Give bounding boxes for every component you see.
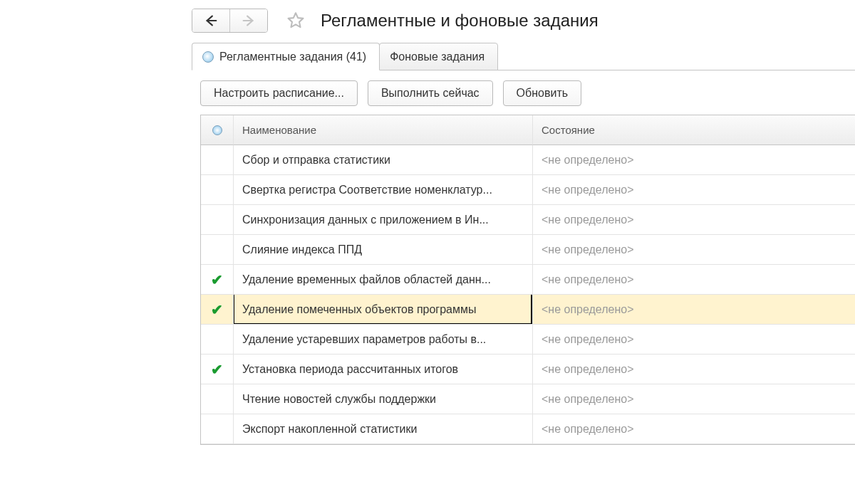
back-button[interactable]: [192, 9, 229, 32]
row-state-cell: <не определено>: [533, 265, 855, 295]
row-name-cell: Свертка регистра Соответствие номенклату…: [234, 175, 533, 205]
row-state-cell: <не определено>: [533, 295, 855, 325]
column-header-status[interactable]: [201, 115, 234, 145]
row-state-cell: <не определено>: [533, 145, 855, 175]
table-row[interactable]: ✔Удаление помеченных объектов программы<…: [201, 295, 855, 325]
row-state-cell: <не определено>: [533, 205, 855, 235]
row-state: <не определено>: [542, 214, 634, 226]
row-name: Удаление помеченных объектов программы: [242, 303, 476, 316]
row-state-cell: <не определено>: [533, 414, 855, 444]
table-row[interactable]: Чтение новостей службы поддержки<не опре…: [201, 384, 855, 414]
check-icon: ✔: [211, 361, 223, 378]
column-header-name[interactable]: Наименование: [234, 115, 533, 145]
table-row[interactable]: Удаление устаревших параметров работы в.…: [201, 325, 855, 355]
row-status-cell: [201, 384, 234, 414]
star-icon: [286, 11, 306, 31]
row-name-cell: Чтение новостей службы поддержки: [234, 384, 533, 414]
row-name: Сбор и отправка статистики: [242, 154, 390, 167]
row-state: <не определено>: [542, 243, 634, 256]
row-name: Установка периода рассчитанных итогов: [242, 363, 458, 376]
refresh-button[interactable]: Обновить: [503, 80, 581, 106]
column-header-state[interactable]: Состояние: [533, 115, 855, 145]
row-state-cell: <не определено>: [533, 325, 855, 355]
table-row[interactable]: ✔Удаление временных файлов областей данн…: [201, 265, 855, 295]
configure-schedule-button[interactable]: Настроить расписание...: [200, 80, 358, 106]
table-row[interactable]: Синхронизация данных с приложением в Ин.…: [201, 205, 855, 235]
forward-button[interactable]: [230, 9, 267, 32]
row-state: <не определено>: [542, 303, 634, 316]
row-name: Удаление устаревших параметров работы в.…: [242, 333, 486, 346]
row-state-cell: <не определено>: [533, 384, 855, 414]
row-name-cell: Удаление устаревших параметров работы в.…: [234, 325, 533, 355]
row-state: <не определено>: [542, 333, 634, 346]
tab-label: Фоновые задания: [390, 51, 484, 63]
row-state-cell: <не определено>: [533, 355, 855, 384]
row-name-cell: Слияние индекса ППД: [234, 235, 533, 265]
table-row[interactable]: Свертка регистра Соответствие номенклату…: [201, 175, 855, 205]
run-now-button[interactable]: Выполнить сейчас: [368, 80, 493, 106]
table-header: Наименование Состояние: [201, 115, 855, 145]
row-state: <не определено>: [542, 393, 634, 406]
row-name: Свертка регистра Соответствие номенклату…: [242, 184, 492, 196]
row-name-cell: Удаление временных файлов областей данн.…: [234, 265, 533, 295]
row-status-cell: [201, 235, 234, 265]
toolbar: Настроить расписание... Выполнить сейчас…: [192, 70, 855, 115]
row-state-cell: <не определено>: [533, 235, 855, 265]
row-status-cell: ✔: [201, 265, 234, 295]
row-name: Экспорт накопленной статистики: [242, 423, 417, 436]
row-state-cell: <не определено>: [533, 175, 855, 205]
row-status-cell: [201, 205, 234, 235]
arrow-left-icon: [203, 13, 219, 28]
tab-scheduled-jobs[interactable]: Регламентные задания (41): [192, 43, 380, 70]
row-status-cell: [201, 414, 234, 444]
table-row[interactable]: Сбор и отправка статистики<не определено…: [201, 145, 855, 175]
row-name-cell: Сбор и отправка статистики: [234, 145, 533, 175]
row-name: Синхронизация данных с приложением в Ин.…: [242, 214, 489, 226]
row-status-cell: [201, 325, 234, 355]
row-state: <не определено>: [542, 423, 634, 436]
jobs-table: Наименование Состояние Сбор и отправка с…: [200, 115, 855, 445]
tab-label: Регламентные задания (41): [219, 51, 366, 63]
table-row[interactable]: ✔Установка периода рассчитанных итогов<н…: [201, 355, 855, 384]
row-state: <не определено>: [542, 273, 634, 286]
row-status-cell: ✔: [201, 295, 234, 325]
check-icon: ✔: [211, 301, 223, 318]
row-state: <не определено>: [542, 363, 634, 376]
row-name: Чтение новостей службы поддержки: [242, 393, 436, 406]
globe-icon: [202, 51, 214, 63]
tabs: Регламентные задания (41) Фоновые задани…: [192, 43, 855, 70]
row-state: <не определено>: [542, 184, 634, 196]
favorite-button[interactable]: [284, 9, 308, 33]
tab-background-jobs[interactable]: Фоновые задания: [379, 43, 498, 70]
row-name-cell: Удаление помеченных объектов программы: [234, 295, 533, 325]
row-name-cell: Синхронизация данных с приложением в Ин.…: [234, 205, 533, 235]
check-icon: ✔: [211, 271, 223, 288]
row-status-cell: [201, 145, 234, 175]
row-name: Удаление временных файлов областей данн.…: [242, 273, 491, 286]
row-name-cell: Установка периода рассчитанных итогов: [234, 355, 533, 384]
row-status-cell: [201, 175, 234, 205]
table-row[interactable]: Экспорт накопленной статистики<не опреде…: [201, 414, 855, 444]
row-state: <не определено>: [542, 154, 634, 167]
globe-icon: [212, 125, 222, 135]
nav-buttons: [192, 9, 268, 33]
row-status-cell: ✔: [201, 355, 234, 384]
page-title: Регламентные и фоновые задания: [321, 11, 598, 31]
row-name: Слияние индекса ППД: [242, 243, 362, 256]
row-name-cell: Экспорт накопленной статистики: [234, 414, 533, 444]
arrow-right-icon: [241, 13, 256, 28]
table-row[interactable]: Слияние индекса ППД<не определено>: [201, 235, 855, 265]
